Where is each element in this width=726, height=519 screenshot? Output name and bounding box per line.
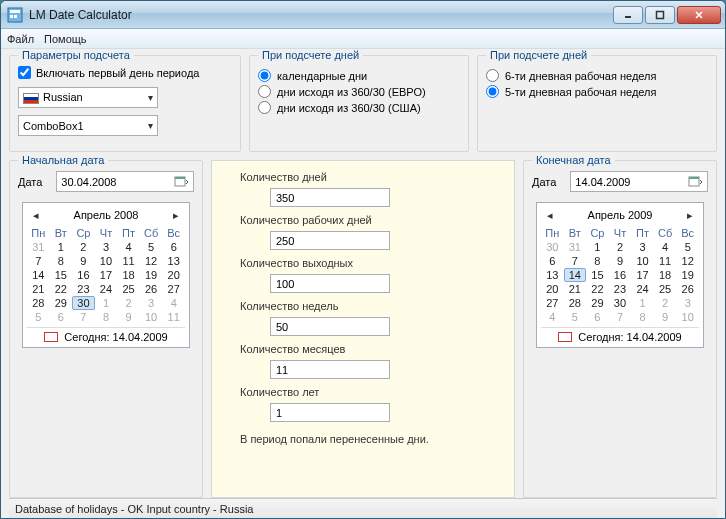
calendar-dropdown-icon[interactable] [687,174,703,190]
cal-day-off[interactable]: 8 [95,310,118,324]
cal-day-off[interactable]: 8 [631,310,654,324]
cal-day-off[interactable]: 3 [676,296,699,310]
cal-day[interactable]: 19 [140,268,163,282]
cal-day[interactable]: 6 [541,254,564,268]
cal-day[interactable]: 14 [27,268,50,282]
end-date-field[interactable]: 14.04.2009 [570,171,708,192]
cal-day[interactable]: 27 [541,296,564,310]
cal-day[interactable]: 30 [609,296,632,310]
cal-day[interactable]: 2 [609,240,632,254]
cal-day-off[interactable]: 5 [564,310,587,324]
cal-day[interactable]: 5 [676,240,699,254]
radio-360-euro[interactable]: дни исходя из 360/30 (ЕВРО) [258,85,460,98]
cal-day[interactable]: 14 [564,268,587,282]
cal-day[interactable]: 26 [676,282,699,296]
cal-day[interactable]: 5 [140,240,163,254]
cal-day[interactable]: 16 [609,268,632,282]
cal-day[interactable]: 20 [541,282,564,296]
cal-day[interactable]: 29 [50,296,73,310]
start-calendar[interactable]: ◂ Апрель 2008 ▸ ПнВтСрЧтПтСбВс3112345678… [22,202,190,348]
input-days[interactable] [270,188,390,207]
maximize-button[interactable] [645,6,675,24]
cal-day[interactable]: 1 [586,240,609,254]
cal-day-off[interactable]: 4 [162,296,185,310]
cal-day[interactable]: 15 [50,268,73,282]
language-combo[interactable]: Russian ▾ [18,87,158,108]
cal-day[interactable]: 3 [631,240,654,254]
include-first-day-checkbox[interactable]: Включать первый день периода [18,66,232,79]
cal-day[interactable]: 21 [27,282,50,296]
cal-day[interactable]: 10 [95,254,118,268]
cal-day[interactable]: 17 [95,268,118,282]
cal-day[interactable]: 15 [586,268,609,282]
cal-day[interactable]: 8 [586,254,609,268]
close-button[interactable] [677,6,721,24]
cal-day[interactable]: 10 [631,254,654,268]
cal-day[interactable]: 22 [586,282,609,296]
input-months[interactable] [270,360,390,379]
combobox1[interactable]: ComboBox1 ▾ [18,115,158,136]
titlebar[interactable]: LM Date Calculator [1,1,725,29]
input-weekend[interactable] [270,274,390,293]
cal-day-off[interactable]: 7 [72,310,95,324]
cal-day[interactable]: 29 [586,296,609,310]
cal-next-month[interactable]: ▸ [683,208,697,222]
end-cal-today[interactable]: Сегодня: 14.04.2009 [541,327,699,343]
cal-day[interactable]: 27 [162,282,185,296]
radio-6day-week[interactable]: 6-ти дневная рабочая неделя [486,69,708,82]
cal-day-off[interactable]: 9 [117,310,140,324]
cal-day-off[interactable]: 6 [50,310,73,324]
cal-prev-month[interactable]: ◂ [543,208,557,222]
cal-day-off[interactable]: 7 [609,310,632,324]
cal-day[interactable]: 16 [72,268,95,282]
cal-day-off[interactable]: 9 [654,310,677,324]
cal-day[interactable]: 25 [117,282,140,296]
cal-day[interactable]: 30 [72,296,95,310]
cal-day[interactable]: 18 [117,268,140,282]
cal-day-off[interactable]: 31 [564,240,587,254]
cal-day[interactable]: 12 [140,254,163,268]
cal-day[interactable]: 23 [609,282,632,296]
menu-file[interactable]: Файл [7,33,34,45]
cal-day[interactable]: 11 [654,254,677,268]
cal-day[interactable]: 13 [541,268,564,282]
cal-day[interactable]: 24 [95,282,118,296]
cal-day[interactable]: 7 [27,254,50,268]
radio-calendar-days[interactable]: календарные дни [258,69,460,82]
cal-day[interactable]: 9 [72,254,95,268]
cal-day-off[interactable]: 4 [541,310,564,324]
cal-day-off[interactable]: 31 [27,240,50,254]
input-weeks[interactable] [270,317,390,336]
cal-next-month[interactable]: ▸ [169,208,183,222]
cal-day-off[interactable]: 11 [162,310,185,324]
cal-day[interactable]: 22 [50,282,73,296]
cal-day-off[interactable]: 5 [27,310,50,324]
cal-day-off[interactable]: 30 [541,240,564,254]
cal-day[interactable]: 28 [564,296,587,310]
cal-day[interactable]: 28 [27,296,50,310]
include-first-day-input[interactable] [18,66,31,79]
cal-day[interactable]: 12 [676,254,699,268]
start-date-field[interactable]: 30.04.2008 [56,171,194,192]
start-cal-today[interactable]: Сегодня: 14.04.2009 [27,327,185,343]
cal-day[interactable]: 25 [654,282,677,296]
cal-day[interactable]: 26 [140,282,163,296]
cal-day[interactable]: 13 [162,254,185,268]
cal-day[interactable]: 11 [117,254,140,268]
radio-5day-week[interactable]: 5-ти дневная рабочая неделя [486,85,708,98]
cal-day-off[interactable]: 2 [117,296,140,310]
cal-day-off[interactable]: 10 [676,310,699,324]
end-calendar[interactable]: ◂ Апрель 2009 ▸ ПнВтСрЧтПтСбВс3031123456… [536,202,704,348]
input-years[interactable] [270,403,390,422]
cal-day-off[interactable]: 2 [654,296,677,310]
cal-day[interactable]: 19 [676,268,699,282]
calendar-dropdown-icon[interactable] [173,174,189,190]
cal-day[interactable]: 21 [564,282,587,296]
cal-day[interactable]: 8 [50,254,73,268]
input-workdays[interactable] [270,231,390,250]
cal-prev-month[interactable]: ◂ [29,208,43,222]
cal-day-off[interactable]: 3 [140,296,163,310]
cal-day[interactable]: 7 [564,254,587,268]
cal-day-off[interactable]: 1 [95,296,118,310]
cal-day-off[interactable]: 10 [140,310,163,324]
